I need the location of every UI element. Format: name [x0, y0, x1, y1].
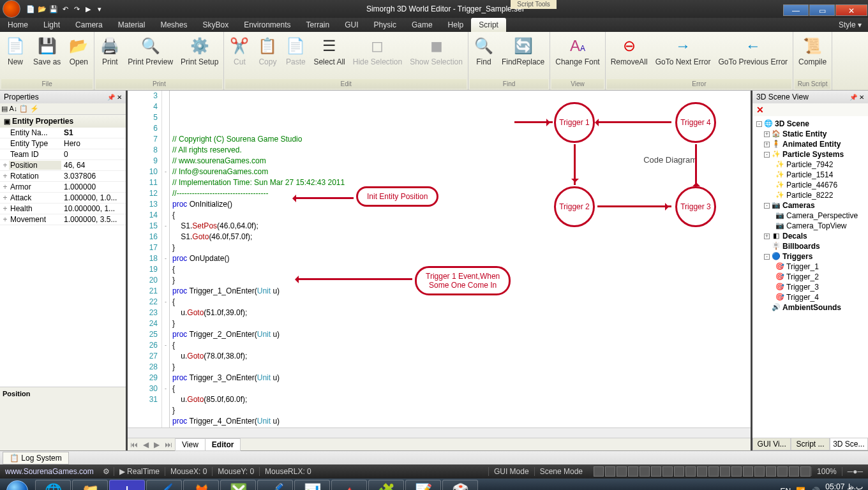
- tray-vol-icon[interactable]: 🔊: [811, 487, 820, 490]
- menu-home[interactable]: Home: [0, 18, 36, 32]
- property-row[interactable]: +Position46, 64: [0, 160, 126, 171]
- paste-button[interactable]: 📄Paste: [281, 33, 310, 79]
- copy-button[interactable]: 📋Copy: [253, 33, 281, 79]
- tree-item[interactable]: +🧍Animated Entity: [754, 139, 867, 149]
- property-row[interactable]: +Attack1.000000, 1.0...: [0, 193, 126, 204]
- property-row[interactable]: +Rotation3.037806: [0, 171, 126, 182]
- tree-item[interactable]: 📷Camera_Perspective: [754, 211, 867, 221]
- qat-save-icon[interactable]: 💾: [49, 4, 59, 14]
- goto-prev-error-button[interactable]: ←GoTo Previous Error: [714, 33, 791, 79]
- task-app2[interactable]: ❎: [220, 480, 256, 490]
- select-all-button[interactable]: ☰Select All: [310, 33, 348, 79]
- task-app5[interactable]: 🧩: [368, 480, 404, 490]
- status-tool-buttons[interactable]: [593, 466, 811, 477]
- tree-item[interactable]: ✨Particle_7942: [754, 160, 867, 170]
- task-ie[interactable]: 🌐: [35, 480, 71, 490]
- qat-new-icon[interactable]: 📄: [26, 4, 36, 14]
- tree-item[interactable]: +◧Decals: [754, 231, 867, 241]
- menu-camera[interactable]: Camera: [68, 18, 110, 32]
- menu-material[interactable]: Material: [110, 18, 153, 32]
- menu-terrain[interactable]: Terrain: [299, 18, 338, 32]
- menu-game[interactable]: Game: [404, 18, 440, 32]
- task-notepad[interactable]: 📝: [405, 480, 441, 490]
- scene-close-icon[interactable]: ✕: [752, 103, 868, 116]
- scenetab-gui[interactable]: GUI Vi...: [752, 438, 791, 450]
- status-scenemode[interactable]: Scene Mode: [534, 467, 588, 476]
- scene-tree[interactable]: -🌐3D Scene+🏠Static Entity+🧍Animated Enti…: [752, 116, 868, 438]
- qat-play-icon[interactable]: ▶: [83, 4, 93, 14]
- tab-nav-next[interactable]: ▶: [151, 440, 162, 449]
- tree-item[interactable]: 🪧Billboards: [754, 241, 867, 251]
- menu-environments[interactable]: Environments: [236, 18, 298, 32]
- property-row[interactable]: Entity TypeHero: [0, 138, 126, 149]
- tree-item[interactable]: -🔵Triggers: [754, 251, 867, 262]
- scenetab-script[interactable]: Script ...: [791, 438, 829, 450]
- show-selection-button[interactable]: ◼Show Selection: [406, 33, 467, 79]
- tree-item[interactable]: 🎯Trigger_1: [754, 262, 867, 272]
- menu-gui[interactable]: GUI: [337, 18, 366, 32]
- task-explorer[interactable]: 📁: [72, 480, 108, 490]
- new-button[interactable]: 📄New: [1, 33, 29, 79]
- property-row[interactable]: +Movement1.000000, 3.5...: [0, 214, 126, 225]
- qat-redo-icon[interactable]: ↷: [71, 4, 82, 14]
- property-row[interactable]: Entity Na...S1: [0, 128, 126, 138]
- menu-script[interactable]: Script: [471, 18, 506, 32]
- hide-selection-button[interactable]: ◻Hide Selection: [349, 33, 406, 79]
- status-zoom-slider[interactable]: ─●─: [842, 467, 868, 476]
- tree-item[interactable]: -✨Particle Systems: [754, 149, 867, 160]
- status-gear-icon[interactable]: ⚙: [99, 467, 114, 476]
- style-menu[interactable]: Style ▾: [839, 20, 868, 29]
- minimize-button[interactable]: —: [783, 4, 809, 16]
- horizontal-scrollbar[interactable]: [128, 427, 751, 438]
- tree-item[interactable]: ✨Particle_8222: [754, 190, 867, 200]
- tab-nav-first[interactable]: ⏮: [128, 440, 140, 449]
- tree-item[interactable]: 🎯Trigger_3: [754, 282, 867, 292]
- menu-help[interactable]: Help: [440, 18, 472, 32]
- status-url[interactable]: www.SourenaGames.com: [0, 467, 99, 476]
- find-replace-button[interactable]: 🔄FindReplace: [498, 33, 548, 79]
- tray-lang[interactable]: EN: [781, 487, 791, 490]
- remove-all-errors-button[interactable]: ⊖RemoveAll: [607, 33, 652, 79]
- properties-toolbar[interactable]: ▤ A↓ 📋 ⚡: [0, 103, 126, 115]
- property-grid[interactable]: ▣ Entity Properties Entity Na...S1Entity…: [0, 115, 126, 387]
- print-setup-button[interactable]: ⚙️Print Setup: [177, 33, 222, 79]
- change-font-button[interactable]: AAChange Font: [551, 33, 603, 79]
- tree-item[interactable]: 🎯Trigger_4: [754, 292, 867, 302]
- task-app6[interactable]: 🎲: [442, 480, 478, 490]
- pin-icon[interactable]: 📌 ✕: [107, 94, 122, 101]
- task-app3[interactable]: 🖊️: [257, 480, 293, 490]
- status-guimode[interactable]: GUI Mode: [488, 467, 534, 476]
- tree-item[interactable]: 📷Camera_TopView: [754, 221, 867, 231]
- find-button[interactable]: 🔍Find: [470, 33, 498, 79]
- goto-next-error-button[interactable]: →GoTo Next Error: [652, 33, 715, 79]
- tab-view[interactable]: View: [175, 438, 206, 451]
- tree-item[interactable]: -🌐3D Scene: [754, 119, 867, 129]
- tree-item[interactable]: ✨Particle_44676: [754, 180, 867, 190]
- qat-open-icon[interactable]: 📂: [37, 4, 47, 14]
- system-tray[interactable]: EN 📶 🔊 05:07 ب.ظ ۲۰۱۱/۲۷/۰۳: [781, 482, 868, 490]
- saveas-button[interactable]: 💾Save as: [29, 33, 64, 79]
- property-row[interactable]: +Armor1.000000: [0, 182, 126, 193]
- open-button[interactable]: 📂Open: [64, 33, 93, 79]
- bookmark-margin[interactable]: [128, 91, 138, 427]
- code-area[interactable]: 3456789101112131415161718192021222324252…: [128, 91, 751, 427]
- start-button[interactable]: [0, 479, 34, 490]
- tray-net-icon[interactable]: 📶: [796, 487, 805, 490]
- tree-item[interactable]: +🏠Static Entity: [754, 129, 867, 139]
- fold-margin[interactable]: ------: [162, 91, 170, 427]
- cut-button[interactable]: ✂️Cut: [225, 33, 253, 79]
- status-realtime[interactable]: ▶ RealTime: [114, 467, 165, 476]
- tree-item[interactable]: ✨Particle_1514: [754, 170, 867, 180]
- menu-physic[interactable]: Physic: [366, 18, 404, 32]
- qat-dropdown-icon[interactable]: ▾: [94, 4, 105, 14]
- task-vlc[interactable]: 🔺: [331, 480, 367, 490]
- task-app1[interactable]: I: [109, 480, 145, 490]
- qat-undo-icon[interactable]: ↶: [60, 4, 70, 14]
- tab-nav-prev[interactable]: ◀: [140, 440, 151, 449]
- pin-icon[interactable]: 📌 ✕: [849, 94, 864, 101]
- task-paint[interactable]: 🖌️: [146, 480, 182, 490]
- print-button[interactable]: 🖨️Print: [96, 33, 124, 79]
- menu-light[interactable]: Light: [36, 18, 68, 32]
- property-row[interactable]: +Health10.000000, 1...: [0, 204, 126, 214]
- tree-item[interactable]: 🔊AmbientSounds: [754, 302, 867, 313]
